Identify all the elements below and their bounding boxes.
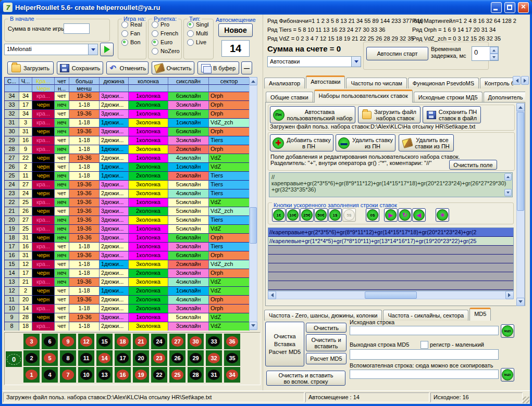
roulette-cell-30[interactable]: 30: [188, 334, 204, 349]
radio-nozero[interactable]: NoZero: [152, 47, 181, 55]
sub-tab-2[interactable]: Исходные строки МД5: [414, 92, 482, 103]
main-tab-1[interactable]: Автоставки: [306, 75, 345, 88]
resize-grip[interactable]: [523, 397, 529, 403]
remove-all-bets-button[interactable]: Удалить все ставки из ПН: [399, 134, 454, 151]
tab-scroll-right-icon[interactable]: [521, 76, 529, 85]
bet-editor-field[interactable]: //кареправые+gr(2*3*5*6)+gr(8*9*11*12)+g…: [269, 172, 513, 197]
radio-pro[interactable]: Pro: [152, 21, 181, 28]
new-button[interactable]: Новое: [218, 23, 253, 37]
repeat-button[interactable]: ↻: [398, 208, 412, 222]
roulette-cell-16[interactable]: 16: [115, 367, 131, 383]
roulette-cell-12[interactable]: 12: [78, 334, 94, 349]
main-tab-0[interactable]: Анализатор: [264, 78, 305, 88]
chevron-down-icon[interactable]: [88, 44, 97, 55]
md5-aux-input[interactable]: [350, 370, 499, 379]
radio-fan[interactable]: Fan: [121, 30, 146, 37]
bottom-tab-1[interactable]: Частота - сиклайны, сектора: [383, 310, 468, 321]
bet-sets-list[interactable]: //кареправые+gr(2*3*5*6)+gr(8*9*11*12)+g…: [268, 227, 514, 291]
roulette-cell-13[interactable]: 13: [96, 367, 113, 383]
radio-euro[interactable]: Euro: [152, 39, 181, 46]
table-row[interactable]: 2427кра...неч19-363дюжи...3колонка5сикла…: [5, 181, 250, 189]
roulette-cell-24[interactable]: 24: [151, 334, 167, 349]
roulette-cell-25[interactable]: 25: [169, 367, 185, 383]
table-row[interactable]: 1417черннеч1-182дюжи...2колонка3сиклайнO…: [5, 269, 250, 278]
bet-set-row[interactable]: //карелевые+gr(1*2*4*5)+gr(7*8*10*11)+gr…: [268, 237, 513, 246]
table-row[interactable]: 1831черннеч19-363дюжи...1колонка6сиклайн…: [5, 234, 250, 243]
table-row[interactable]: 3317черннеч1-182дюжи...2колонка3сиклайнO…: [5, 101, 250, 110]
table-row[interactable]: 3434кра...чет19-363дюжи...1колонка6сикла…: [5, 92, 250, 101]
table-row[interactable]: 1925кра...неч19-363дюжи...1колонка5сикла…: [5, 225, 250, 234]
sub-tab-0[interactable]: Общие ставки: [266, 92, 313, 103]
roulette-cell-7[interactable]: 7: [60, 367, 76, 383]
roulette-cell-28[interactable]: 28: [188, 367, 204, 383]
table-row[interactable]: 2225кра...неч19-363дюжи...1колонка5сикла…: [5, 198, 250, 207]
roulette-cell-15[interactable]: 15: [96, 334, 113, 349]
roulette-cell-19[interactable]: 19: [133, 367, 149, 383]
roulette-cell-27[interactable]: 27: [169, 334, 185, 349]
table-row[interactable]: 262чернчет1-181дюжи...2колонка1сиклайнVd…: [5, 163, 250, 172]
chip-50eur[interactable]: 50€: [314, 208, 328, 222]
table-row[interactable]: 2722чернчет19-362дюжи...1колонка4сиклайн…: [5, 154, 250, 163]
md5-calc-button[interactable]: Расчет MD5: [306, 353, 347, 364]
table-row[interactable]: 2511черннеч1-181дюжи...2колонка2сиклайнT…: [5, 172, 250, 181]
roulette-cell-34[interactable]: 34: [224, 367, 240, 383]
bottom-tab-2[interactable]: MD5: [469, 308, 491, 321]
radio-bon[interactable]: Bon: [121, 39, 146, 46]
table-row[interactable]: 122чернчет1-181дюжи...2колонка1сиклайнVd…: [5, 287, 250, 296]
sub-tab-3[interactable]: Дополнитель: [484, 92, 526, 103]
table-row[interactable]: 1716кра...чет1-182дюжи...1колонка3сиклай…: [5, 243, 250, 251]
roulette-cell-6[interactable]: 6: [42, 334, 58, 349]
lowercase-checkbox[interactable]: [420, 341, 428, 349]
autobet-user-set-button[interactable]: ПНАвтоставка пользовательский набор: [270, 106, 355, 123]
scroll-up-icon[interactable]: [249, 77, 257, 85]
table-row[interactable]: 3234кра...чет19-363дюжи...1колонка6сикла…: [5, 110, 250, 119]
play-button[interactable]: ▶: [384, 208, 398, 222]
roulette-cell-20[interactable]: 20: [133, 350, 149, 366]
bet-set-row[interactable]: //кареправые+gr(2*3*5*6)+gr(8*9*11*12)+g…: [268, 228, 513, 237]
roulette-cell-31[interactable]: 31: [206, 367, 222, 383]
delay-spinner[interactable]: 0: [472, 46, 499, 61]
editor-scroll-down-icon[interactable]: [504, 189, 512, 196]
md5-output-input[interactable]: [350, 349, 499, 360]
roulette-cell-9[interactable]: 9: [60, 334, 76, 349]
chip-25eur[interactable]: 25€: [300, 208, 314, 222]
md5-calc-source-button[interactable]: МД5: [501, 324, 514, 338]
tab-scroll-left-icon[interactable]: [513, 76, 521, 85]
roulette-cell-11[interactable]: 11: [78, 350, 94, 366]
roulette-cell-21[interactable]: 21: [133, 334, 149, 349]
table-scrollbar[interactable]: [249, 77, 257, 330]
table-row[interactable]: 1321кра...неч19-362дюжи...3колонка4сикла…: [5, 278, 250, 287]
undo-button[interactable]: ↶Отменить: [106, 61, 149, 74]
collapse-button[interactable]: —: [241, 61, 252, 74]
remove-bet-button[interactable]: ▬Удалить ставку из ПН: [336, 134, 395, 151]
roulette-cell-26[interactable]: 26: [169, 350, 185, 366]
roulette-cell-32[interactable]: 32: [206, 350, 222, 366]
table-row[interactable]: 1120чернчет19-362дюжи...2колонка4сиклайн…: [5, 296, 250, 304]
table-row[interactable]: 1631черннеч19-363дюжи...1колонка6сиклайн…: [5, 251, 250, 260]
hscrollbar-thumb[interactable]: [365, 291, 417, 299]
copy-to-buffer-button[interactable]: В буфер: [197, 61, 239, 74]
run-preset-button[interactable]: [100, 43, 114, 56]
roulette-cell-17[interactable]: 17: [115, 350, 131, 366]
chip-10eur[interactable]: 10€: [286, 208, 300, 222]
table-row[interactable]: 313кра...неч1-181дюжи...3колонка1сиклайн…: [5, 119, 250, 128]
md5-clear-and-paste-button[interactable]: Очистить и вставить: [306, 334, 347, 351]
roulette-cell-29[interactable]: 29: [188, 350, 204, 366]
chip-0usd[interactable]: 0$: [366, 208, 379, 222]
chevron-down-icon[interactable]: [351, 57, 361, 67]
radio-multi[interactable]: Multi: [187, 30, 213, 37]
roulette-cell-36[interactable]: 36: [224, 334, 240, 349]
scatter-button[interactable]: ✳: [436, 208, 449, 222]
roulette-cell-1[interactable]: 1: [23, 367, 40, 383]
table-row[interactable]: 3031черннеч19-363дюжи...1колонка6сиклайн…: [5, 128, 250, 136]
radio-live[interactable]: Live: [187, 39, 213, 46]
panel-scroll-up-icon[interactable]: [516, 103, 525, 111]
panel-scroll-down-icon[interactable]: [516, 298, 525, 306]
scroll-right-icon[interactable]: [505, 291, 514, 299]
roulette-cell-33[interactable]: 33: [206, 334, 222, 349]
editor-scroll-up-icon[interactable]: [504, 173, 512, 181]
roulette-cell-14[interactable]: 14: [96, 350, 113, 366]
spin-down-icon[interactable]: [490, 54, 498, 60]
load-button[interactable]: Загрузить: [7, 61, 54, 74]
back-button[interactable]: ◀: [412, 208, 426, 222]
